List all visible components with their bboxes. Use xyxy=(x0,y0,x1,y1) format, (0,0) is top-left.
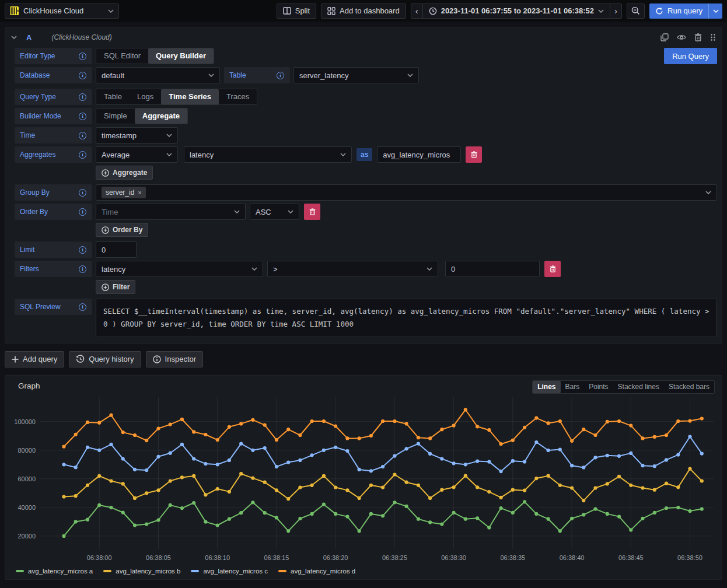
query-type-table[interactable]: Table xyxy=(96,89,130,104)
aggregate-alias-input[interactable]: avg_latency_micros xyxy=(377,146,461,163)
builder-mode-group: Simple Aggregate xyxy=(96,108,188,124)
chart-legend: avg_latency_micros a avg_latency_micros … xyxy=(10,566,717,577)
svg-text:60000: 60000 xyxy=(18,475,36,482)
time-range-label: 2023-11-01 06:37:55 to 2023-11-01 06:38:… xyxy=(441,6,594,15)
sql-preview-label: SQL Preview xyxy=(15,299,92,315)
legend-item-d[interactable]: avg_latency_micros d xyxy=(278,568,355,575)
remove-order-by-button[interactable] xyxy=(304,204,320,220)
drag-handle-icon[interactable] xyxy=(710,33,716,41)
group-by-multiselect[interactable]: server_id xyxy=(96,184,717,201)
legend-item-a[interactable]: avg_latency_micros a xyxy=(16,568,93,575)
run-query-button[interactable]: Run query xyxy=(649,6,708,15)
add-to-dashboard-button[interactable]: Add to dashboard xyxy=(321,4,406,19)
editor-type-query-builder[interactable]: Query Builder xyxy=(148,48,214,64)
filter-operator-select[interactable]: > xyxy=(267,261,438,277)
remove-aggregate-button[interactable] xyxy=(466,146,482,163)
query-history-button[interactable]: Query history xyxy=(69,351,141,368)
group-by-tag[interactable]: server_id xyxy=(102,187,146,198)
sql-preview-code: SELECT $__timeInterval(timestamp) as tim… xyxy=(96,299,717,337)
add-order-by-button[interactable]: Order By xyxy=(96,223,148,237)
query-datasource-hint: (ClickHouse Cloud) xyxy=(51,33,111,41)
legend-swatch xyxy=(103,570,111,572)
table-select[interactable]: server_latency xyxy=(293,67,419,83)
hide-query-eye-icon[interactable] xyxy=(677,34,686,41)
query-ref-id[interactable]: A xyxy=(26,33,32,42)
query-type-group: Table Logs Time Series Traces xyxy=(96,89,257,105)
legend-swatch xyxy=(278,570,286,572)
delete-query-trash-icon[interactable] xyxy=(694,33,702,41)
aggregate-column-select[interactable]: latency xyxy=(184,146,352,163)
split-button[interactable]: Split xyxy=(277,4,316,19)
run-query-editor-button[interactable]: Run Query xyxy=(664,48,717,64)
limit-input[interactable]: 0 xyxy=(96,242,137,258)
time-series-chart[interactable]: 2000040000600008000010000006:38:0006:38:… xyxy=(10,391,718,566)
legend-item-c[interactable]: avg_latency_micros c xyxy=(191,568,268,575)
info-icon xyxy=(79,113,86,120)
legend-item-b[interactable]: avg_latency_micros b xyxy=(103,568,180,575)
graph-style-stacked-bars[interactable]: Stacked bars xyxy=(664,381,714,393)
as-keyword-badge: as xyxy=(356,148,372,161)
time-back-button[interactable]: ‹ xyxy=(411,4,423,19)
add-aggregate-button[interactable]: Aggregate xyxy=(96,166,153,180)
add-query-button[interactable]: Add query xyxy=(5,351,64,368)
limit-label: Limit xyxy=(15,242,92,258)
legend-swatch xyxy=(191,570,199,572)
graph-panel: Graph Lines Bars Points Stacked lines St… xyxy=(5,375,722,580)
query-type-logs[interactable]: Logs xyxy=(130,89,161,104)
builder-mode-simple[interactable]: Simple xyxy=(96,108,135,124)
chevron-down-icon xyxy=(598,9,604,13)
query-builder-body: Editor Type SQL Editor Query Builder Run… xyxy=(5,47,722,337)
svg-text:06:38:10: 06:38:10 xyxy=(205,554,230,561)
info-icon xyxy=(79,246,86,254)
builder-mode-aggregate[interactable]: Aggregate xyxy=(135,108,187,124)
run-query-dropdown[interactable] xyxy=(708,4,722,19)
graph-style-lines[interactable]: Lines xyxy=(533,381,560,393)
collapse-chevron-icon[interactable] xyxy=(11,36,17,39)
svg-text:06:38:25: 06:38:25 xyxy=(382,554,407,561)
angle-right-icon: › xyxy=(614,6,617,15)
svg-text:20000: 20000 xyxy=(18,533,36,540)
info-icon xyxy=(79,189,86,197)
remove-tag-icon[interactable] xyxy=(138,189,141,196)
split-label: Split xyxy=(295,6,310,15)
time-column-select[interactable]: timestamp xyxy=(96,127,178,144)
time-range-button[interactable]: 2023-11-01 06:37:55 to 2023-11-01 06:38:… xyxy=(422,4,610,19)
history-icon xyxy=(76,355,85,363)
filter-column-select[interactable]: latency xyxy=(96,261,263,277)
order-direction-select[interactable]: ASC xyxy=(250,204,299,220)
svg-text:06:38:00: 06:38:00 xyxy=(87,554,112,561)
datasource-picker[interactable]: ClickHouse Cloud xyxy=(5,4,119,19)
add-filter-button[interactable]: Filter xyxy=(96,280,135,294)
time-forward-button[interactable]: › xyxy=(610,4,622,19)
graph-style-bars[interactable]: Bars xyxy=(561,381,585,393)
query-type-traces[interactable]: Traces xyxy=(219,89,257,104)
explore-toolbar: Add query Query history Inspector xyxy=(5,351,722,368)
add-to-dashboard-label: Add to dashboard xyxy=(340,6,400,15)
svg-text:06:38:40: 06:38:40 xyxy=(560,554,585,561)
builder-mode-label: Builder Mode xyxy=(15,108,92,124)
svg-text:80000: 80000 xyxy=(18,447,36,454)
info-icon xyxy=(79,151,86,159)
query-type-time-series[interactable]: Time Series xyxy=(161,89,219,104)
apps-icon xyxy=(327,7,335,15)
info-icon xyxy=(79,132,86,139)
graph-style-stacked-lines[interactable]: Stacked lines xyxy=(613,381,664,393)
zoom-out-button[interactable] xyxy=(627,4,645,19)
database-select[interactable]: default xyxy=(96,67,220,83)
duplicate-query-icon[interactable] xyxy=(660,33,669,41)
datasource-name: ClickHouse Cloud xyxy=(23,6,83,15)
info-icon xyxy=(277,72,284,79)
inspector-button[interactable]: Inspector xyxy=(146,351,203,368)
remove-filter-button[interactable] xyxy=(544,261,561,277)
aggregate-function-select[interactable]: Average xyxy=(96,146,178,163)
info-icon xyxy=(79,93,86,101)
graph-style-points[interactable]: Points xyxy=(584,381,613,393)
filter-value-input[interactable]: 0 xyxy=(445,261,540,277)
editor-type-sql-editor[interactable]: SQL Editor xyxy=(96,48,148,64)
top-nav: ClickHouse Cloud Split Add to dashboard … xyxy=(0,0,727,22)
order-by-column-select[interactable]: Time xyxy=(96,204,246,220)
editor-type-label: Editor Type xyxy=(15,48,92,64)
info-icon xyxy=(79,52,86,60)
order-by-label: Order By xyxy=(15,204,92,220)
table-label: Table xyxy=(224,67,290,83)
